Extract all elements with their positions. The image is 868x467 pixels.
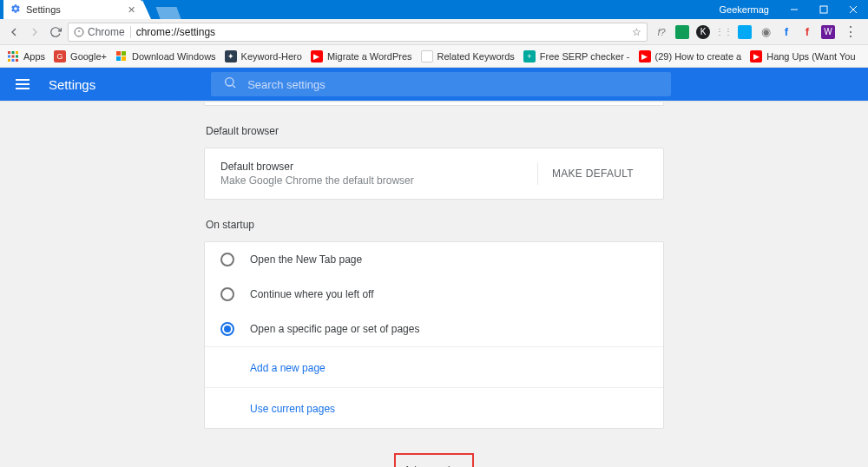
reload-button[interactable] [47, 23, 64, 41]
radio-row-specific[interactable]: Open a specific page or set of pages [205, 312, 663, 346]
section-on-startup: On startup [206, 219, 664, 231]
forward-button[interactable] [26, 23, 43, 41]
bookmark-keyword-hero[interactable]: ✦Keyword-Hero [225, 50, 302, 62]
radio-button[interactable] [220, 287, 234, 301]
maximize-button[interactable] [809, 0, 838, 19]
bookmark-googleplus[interactable]: GGoogle+ [54, 50, 107, 62]
link-use-current-row: Use current pages [205, 387, 663, 428]
prev-card-edge [204, 102, 664, 106]
svg-rect-16 [116, 51, 121, 56]
default-browser-sub: Make Google Chrome the default browser [220, 174, 537, 187]
bookmark-hang-ups[interactable]: ▶Hang Ups (Want You [750, 50, 855, 62]
bookmark-migrate-wp[interactable]: ▶Migrate a WordPres [311, 50, 412, 62]
radio-button[interactable] [220, 253, 234, 266]
add-page-link[interactable]: Add a new page [250, 362, 326, 374]
svg-rect-19 [122, 56, 126, 61]
bookmark-how-to-create[interactable]: ▶(29) How to create a [639, 50, 742, 62]
use-current-link[interactable]: Use current pages [250, 403, 335, 415]
radio-button[interactable] [220, 322, 234, 336]
youtube-icon: ▶ [639, 50, 651, 62]
gear-icon [10, 3, 21, 16]
bookmark-label: Keyword-Hero [241, 51, 302, 62]
window-titlebar: Settings ✕ Geekermag [0, 0, 868, 19]
tab-strip: Settings ✕ [0, 0, 179, 19]
browser-toolbar: Chrome chrome://settings ☆ f? K ⋮⋮ ◉ f f… [0, 19, 868, 45]
profile-name: Geekermag [716, 4, 779, 15]
close-window-button[interactable] [838, 0, 868, 19]
security-label: Chrome [88, 26, 125, 38]
svg-rect-8 [12, 51, 15, 54]
serp-icon: + [523, 50, 536, 62]
keyword-hero-icon: ✦ [225, 50, 237, 62]
ext-icon-k[interactable]: K [696, 25, 710, 39]
googleplus-icon: G [54, 50, 66, 62]
section-default-browser: Default browser [206, 125, 664, 137]
radio-label: Continue where you left off [250, 288, 374, 300]
back-button[interactable] [5, 23, 23, 41]
omnibox[interactable]: Chrome chrome://settings ☆ [68, 23, 648, 42]
apps-icon [7, 50, 19, 62]
svg-rect-14 [12, 59, 15, 62]
ext-icon-blue[interactable] [738, 25, 752, 39]
ext-icon-camera[interactable]: ◉ [759, 25, 773, 39]
svg-rect-12 [16, 55, 18, 57]
svg-rect-11 [12, 55, 15, 57]
menu-icon[interactable] [16, 76, 33, 93]
menu-icon[interactable]: ⋮ [842, 23, 859, 41]
bookmark-label: Download Windows [132, 51, 216, 62]
svg-rect-7 [8, 51, 10, 54]
svg-rect-15 [16, 59, 18, 62]
search-settings[interactable] [211, 72, 671, 96]
ext-icon-purple[interactable]: W [821, 25, 835, 39]
tab-title: Settings [26, 4, 61, 15]
close-icon[interactable]: ✕ [128, 4, 135, 16]
bookmark-serp-checker[interactable]: +Free SERP checker - [523, 50, 630, 62]
settings-header: Settings [0, 68, 868, 101]
bookmark-label: Related Keywords [437, 51, 515, 62]
content-area: Default browser Default browser Make Goo… [0, 101, 868, 467]
bookmark-related-keywords[interactable]: Related Keywords [421, 50, 515, 62]
svg-rect-1 [820, 6, 827, 13]
svg-rect-18 [116, 56, 121, 61]
ext-icon-fonts[interactable]: f? [654, 25, 668, 39]
ext-icon-f-red[interactable]: f [800, 25, 814, 39]
extension-icons: f? K ⋮⋮ ◉ f f W ⋮ [651, 23, 863, 41]
bookmark-apps[interactable]: Apps [7, 50, 45, 62]
bookmark-label: Free SERP checker - [540, 51, 630, 62]
bookmark-label: (29) How to create a [655, 51, 742, 62]
radio-row-continue[interactable]: Continue where you left off [205, 277, 663, 312]
windows-icon [115, 50, 128, 62]
ext-icon-grid[interactable]: ⋮⋮ [717, 25, 731, 39]
security-indicator: Chrome [74, 26, 131, 38]
tab-settings[interactable]: Settings ✕ [3, 0, 142, 19]
ext-icon-facebook[interactable]: f [779, 25, 793, 39]
window-controls [779, 0, 868, 19]
youtube-icon: ▶ [750, 50, 762, 62]
new-tab-button[interactable] [155, 7, 181, 19]
svg-rect-13 [8, 59, 10, 62]
bookmark-label: Hang Ups (Want You [766, 51, 855, 62]
make-default-button[interactable]: MAKE DEFAULT [537, 162, 648, 185]
bookmark-download-windows[interactable]: Download Windows [115, 50, 216, 62]
bookmark-overflow[interactable]: » [865, 51, 868, 62]
default-browser-title: Default browser [220, 161, 537, 173]
minimize-button[interactable] [779, 0, 809, 19]
radio-row-newtab[interactable]: Open the New Tab page [205, 242, 663, 277]
link-add-page-row: Add a new page [205, 346, 663, 387]
svg-rect-10 [8, 55, 10, 57]
card-on-startup: Open the New Tab page Continue where you… [204, 241, 664, 429]
search-input[interactable] [247, 78, 659, 91]
radio-label: Open the New Tab page [250, 253, 362, 266]
advanced-toggle[interactable]: Advanced ▾ [394, 453, 474, 467]
card-default-browser: Default browser Make Google Chrome the d… [204, 148, 664, 200]
radio-label: Open a specific page or set of pages [250, 323, 419, 335]
svg-rect-9 [16, 51, 18, 54]
bookmark-star-icon[interactable]: ☆ [632, 26, 641, 38]
bookmark-label: Migrate a WordPres [327, 51, 412, 62]
bookmark-label: Apps [23, 51, 45, 62]
bookmark-label: Google+ [70, 51, 107, 62]
youtube-icon: ▶ [311, 50, 323, 62]
bookmarks-bar: Apps GGoogle+ Download Windows ✦Keyword-… [0, 45, 868, 68]
ext-icon-green[interactable] [675, 25, 689, 39]
svg-rect-17 [122, 51, 126, 56]
